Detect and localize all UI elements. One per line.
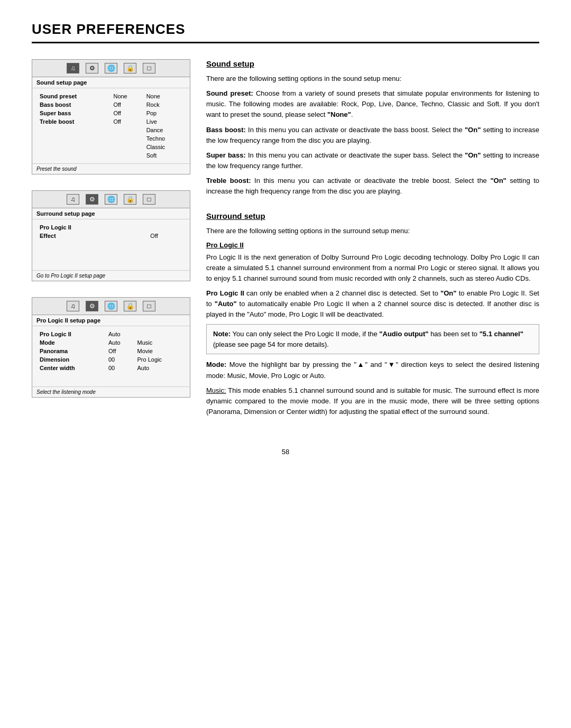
surround-setup-heading: Surround setup	[206, 211, 539, 220]
table-row: Techno	[38, 135, 185, 142]
music-icon2: ♫	[67, 194, 79, 205]
square-icon: □	[143, 63, 155, 73]
table-row: Soft	[38, 152, 185, 159]
treble-on-label: "On"	[490, 177, 506, 185]
on-label: "On"	[440, 289, 456, 297]
globe-icon: 🌐	[105, 63, 117, 73]
left-column: ♫ ⚙ 🌐 🔒 □ Sound setup page Sound preset …	[32, 59, 190, 432]
surround-setup-intro: There are the following setting options …	[206, 226, 539, 236]
music-icon: ♫	[67, 63, 79, 73]
pro-logic-enable-para: Pro Logic II can only be enabled when a …	[206, 288, 539, 320]
table-row: Mode Auto Music	[38, 339, 185, 346]
note-label: Note:	[213, 330, 231, 338]
pro-logic-bold-label: Pro Logic II	[206, 289, 244, 297]
auto-label: "Auto"	[215, 300, 237, 308]
pro-logic-menu-icons: ♫ ⚙ 🌐 🔒 □	[32, 298, 190, 315]
surround-menu-icons: ♫ ⚙ 🌐 🔒 □	[32, 191, 190, 208]
pro-logic-description: Pro Logic II is the next generation of D…	[206, 252, 539, 284]
channel-label: "5.1 channel"	[480, 330, 523, 338]
music-label: Music:	[206, 386, 226, 394]
mode-label: Mode:	[206, 361, 226, 368]
table-row: Dance	[38, 126, 185, 134]
sound-setup-heading: Sound setup	[206, 59, 539, 68]
sound-menu-content: Sound preset None None Bass boost Off Ro…	[32, 88, 190, 163]
surround-setup-section: Surround setup There are the following s…	[206, 211, 539, 417]
sound-setup-intro: There are the following setting options …	[206, 73, 539, 84]
treble-boost-label: Treble boost:	[206, 177, 251, 185]
table-row: Pro Logic II	[38, 224, 185, 231]
table-row: Panorama Off Movie	[38, 347, 185, 355]
settings-icon2: ⚙	[86, 194, 98, 205]
page-title: USER PREFERENCES	[32, 21, 539, 43]
surround-setup-menu-box: ♫ ⚙ 🌐 🔒 □ Surround setup page Pro Logic …	[32, 190, 190, 281]
sound-menu-icons: ♫ ⚙ 🌐 🔒 □	[32, 60, 190, 77]
super-bass-para: Super bass: In this menu you can activat…	[206, 150, 539, 171]
table-row: Sound preset None None	[38, 93, 185, 100]
audio-output-label: "Audio output"	[379, 330, 428, 338]
pro-logic-menu-content: Pro Logic II Auto Mode Auto Music Panora…	[32, 326, 190, 386]
table-row: Effect Off	[38, 232, 185, 239]
sound-preset-label: Sound preset:	[206, 89, 253, 97]
surround-menu-footer: Go to Pro Logic II setup page	[32, 270, 190, 281]
settings-icon3: ⚙	[86, 301, 98, 311]
right-column: Sound setup There are the following sett…	[206, 59, 539, 432]
music-para: Music: This mode enables 5.1 channel sur…	[206, 385, 539, 417]
sound-preset-para: Sound preset: Choose from a variety of s…	[206, 88, 539, 120]
note-box: Note: You can only select the Pro Logic …	[206, 324, 539, 354]
bass-on-label: "On"	[465, 126, 481, 134]
table-row: Dimension 00 Pro Logic	[38, 356, 185, 363]
square-icon3: □	[143, 301, 155, 311]
sound-menu-section-title: Sound setup page	[32, 77, 190, 88]
none-label: "None"	[327, 110, 351, 118]
music-icon3: ♫	[67, 301, 79, 311]
sound-menu-footer: Preset the sound	[32, 163, 190, 174]
table-row: Classic	[38, 143, 185, 151]
super-on-label: "On"	[465, 151, 481, 159]
mode-para: Mode: Move the highlight bar by pressing…	[206, 360, 539, 381]
table-row: Treble boost Off Live	[38, 118, 185, 125]
square-icon2: □	[143, 194, 155, 205]
pro-logic-menu-section-title: Pro Logic II setup page	[32, 315, 190, 326]
treble-boost-para: Treble boost: In this menu you can activ…	[206, 176, 539, 197]
globe-icon2: 🌐	[105, 194, 117, 205]
lock-icon3: 🔒	[124, 301, 136, 311]
pro-logic-menu-footer: Select the listening mode	[32, 386, 190, 397]
bass-boost-para: Bass boost: In this menu you can activat…	[206, 125, 539, 146]
bass-boost-label: Bass boost:	[206, 126, 246, 134]
globe-icon3: 🌐	[105, 301, 117, 311]
table-row: Bass boost Off Rock	[38, 101, 185, 108]
table-row: Center width 00 Auto	[38, 364, 185, 372]
settings-icon: ⚙	[86, 63, 98, 73]
pro-logic-menu-box: ♫ ⚙ 🌐 🔒 □ Pro Logic II setup page Pro Lo…	[32, 297, 190, 398]
table-row: Pro Logic II Auto	[38, 330, 185, 338]
lock-icon: 🔒	[124, 63, 136, 73]
surround-menu-content: Pro Logic II Effect Off	[32, 219, 190, 270]
sound-setup-menu-box: ♫ ⚙ 🌐 🔒 □ Sound setup page Sound preset …	[32, 59, 190, 174]
page-number: 58	[32, 448, 539, 456]
table-row: Super bass Off Pop	[38, 109, 185, 117]
sound-setup-section: Sound setup There are the following sett…	[206, 59, 539, 197]
lock-icon2: 🔒	[124, 194, 136, 205]
surround-menu-section-title: Surround setup page	[32, 208, 190, 219]
pro-logic-subheading: Pro Logic II	[206, 241, 539, 249]
super-bass-label: Super bass:	[206, 151, 246, 159]
